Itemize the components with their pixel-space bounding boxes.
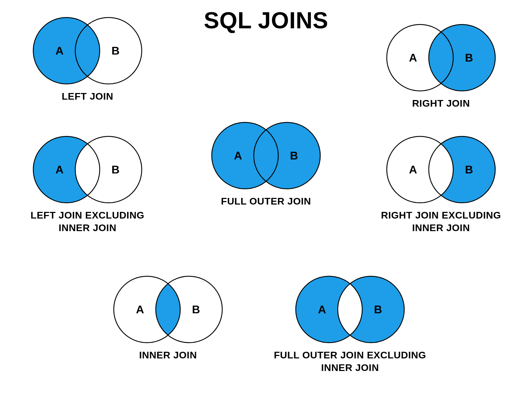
caption-full-outer-join-excl: FULL OUTER JOIN EXCLUDING INNER JOIN bbox=[273, 349, 427, 374]
set-a-label: A bbox=[409, 51, 417, 64]
caption-right-join-excl: RIGHT JOIN EXCLUDING INNER JOIN bbox=[374, 209, 507, 234]
diagram-right-join-excl: A B RIGHT JOIN EXCLUDING INNER JOIN bbox=[374, 133, 507, 234]
set-a-label: A bbox=[55, 44, 63, 57]
set-b-label: B bbox=[374, 303, 382, 316]
set-a-label: A bbox=[136, 303, 144, 316]
venn-right-join-excl: A B bbox=[378, 133, 504, 206]
set-b-label: B bbox=[465, 163, 473, 176]
caption-left-join: LEFT JOIN bbox=[21, 90, 154, 103]
set-b-label: B bbox=[290, 149, 298, 162]
venn-left-join: A B bbox=[24, 14, 150, 87]
diagram-full-outer-join-excl: A B FULL OUTER JOIN EXCLUDING INNER JOIN bbox=[273, 273, 427, 374]
diagram-inner-join: A B INNER JOIN bbox=[102, 273, 234, 362]
caption-inner-join: INNER JOIN bbox=[102, 349, 234, 362]
set-a-label: A bbox=[55, 163, 63, 176]
diagram-right-join: A B RIGHT JOIN bbox=[374, 21, 507, 110]
diagram-full-outer-join: A B FULL OUTER JOIN bbox=[200, 119, 332, 208]
set-a-label: A bbox=[409, 163, 417, 176]
set-a-label: A bbox=[234, 149, 242, 162]
venn-full-outer-join: A B bbox=[203, 119, 329, 192]
set-b-label: B bbox=[111, 163, 119, 176]
caption-right-join: RIGHT JOIN bbox=[374, 97, 507, 110]
set-b-label: B bbox=[192, 303, 200, 316]
set-a-label: A bbox=[318, 303, 326, 316]
venn-full-outer-join-excl: A B bbox=[287, 273, 413, 346]
set-b-label: B bbox=[111, 44, 119, 57]
venn-left-join-excl: A B bbox=[24, 133, 150, 206]
caption-full-outer-join: FULL OUTER JOIN bbox=[200, 195, 332, 208]
diagram-left-join: A B LEFT JOIN bbox=[21, 14, 154, 103]
venn-right-join: A B bbox=[378, 21, 504, 94]
set-b-label: B bbox=[465, 51, 473, 64]
venn-inner-join: A B bbox=[105, 273, 231, 346]
caption-left-join-excl: LEFT JOIN EXCLUDING INNER JOIN bbox=[21, 209, 154, 234]
diagram-left-join-excl: A B LEFT JOIN EXCLUDING INNER JOIN bbox=[21, 133, 154, 234]
